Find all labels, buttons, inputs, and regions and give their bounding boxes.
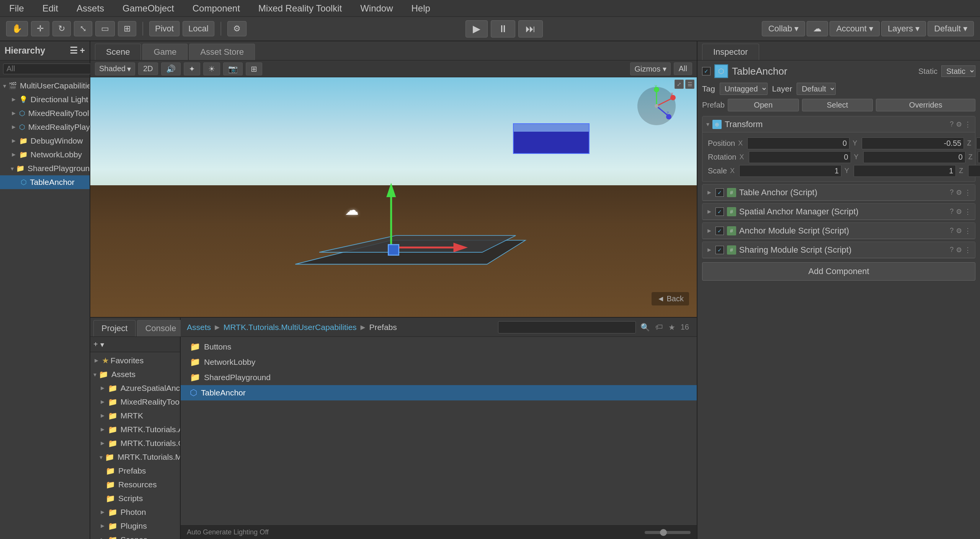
breadcrumb-multiuser[interactable]: MRTK.Tutorials.MultiUserCapabilities [224,323,357,332]
comp-overflow-btn[interactable]: ⋮ [964,188,971,197]
proj-prefabs[interactable]: 📁 Prefabs [90,464,180,478]
menu-component[interactable]: Component [189,2,243,15]
comp-help-btn[interactable]: ? [950,207,954,216]
comp-settings-btn[interactable]: ⚙ [956,120,962,129]
search-icon[interactable]: 🔍 [639,321,652,333]
add-component-button[interactable]: Add Component [702,262,975,281]
rotation-z-input[interactable] [978,151,980,163]
tree-item-tableanchor[interactable]: ⬡ TableAnchor [0,175,90,189]
asset-item-sharedplayground[interactable]: 📁 SharedPlayground [181,370,697,385]
comp-settings-btn[interactable]: ⚙ [956,188,962,197]
menu-edit[interactable]: Edit [39,2,61,15]
tree-item-debugwindow[interactable]: ► 📁 DebugWindow [0,134,90,148]
comp-overflow-btn[interactable]: ⋮ [964,207,971,216]
proj-mrtk-azure[interactable]: ► 📁 MRTK.Tutorials.AzureSpatialAnchors [90,423,180,436]
comp-help-btn[interactable]: ? [950,120,954,129]
filter-icon[interactable]: ★ [667,321,677,333]
comp-enable[interactable] [715,246,724,254]
custom-icon-btn[interactable]: ⚙ [227,21,247,36]
asset-item-buttons[interactable]: 📁 Buttons [181,339,697,354]
pivot-btn[interactable]: Pivot [149,21,180,36]
position-x-input[interactable] [747,137,849,149]
comp-help-btn[interactable]: ? [950,227,954,235]
comp-overflow-btn[interactable]: ⋮ [964,120,971,129]
proj-mrtk-getting-started[interactable]: ► 📁 MRTK.Tutorials.GettingStarted [90,436,180,450]
layer-dropdown[interactable]: Default [797,83,836,95]
comp-settings-btn[interactable]: ⚙ [956,207,962,216]
menu-help[interactable]: Help [408,2,433,15]
rect-tool[interactable]: ▭ [95,21,115,36]
tree-item-multiuser[interactable]: ▾ 🎬 MultiUserCapabilities* [0,79,90,93]
tree-item-mrplayspace[interactable]: ► ⬡ MixedRealityPlayspace [0,120,90,134]
asset-item-networklobby[interactable]: 📁 NetworkLobby [181,354,697,370]
scene-viewport[interactable]: Shaded ▾ 2D 🔊 ✦ ☀ 📷 ⊞ Gizmos ▾ All [90,60,697,317]
comp-header-anchor-module[interactable]: ► # Anchor Module Script (Script) ? ⚙ ⋮ [702,223,975,239]
tag-dropdown[interactable]: Untagged [720,83,768,95]
fx-button[interactable]: ✦ [184,62,200,75]
collab-button[interactable]: Collab ▾ [762,21,805,36]
hand-tool[interactable]: ✋ [6,21,28,36]
comp-overflow-btn[interactable]: ⋮ [964,246,971,254]
proj-mrtk-generated[interactable]: ► 📁 MixedRealityToolkit.Generated [90,395,180,409]
pause-button[interactable]: ⏸ [491,20,515,38]
proj-mrtk-multiuser[interactable]: ▾ 📁 MRTK.Tutorials.MultiUserCapabilities [90,450,180,464]
menu-mrtk[interactable]: Mixed Reality Toolkit [255,2,345,15]
proj-plugins[interactable]: ► 📁 Plugins [90,519,180,533]
proj-photon[interactable]: ► 📁 Photon [90,505,180,519]
rotation-y-input[interactable] [863,151,965,163]
position-y-input[interactable] [862,137,964,149]
tab-project[interactable]: Project [93,320,136,336]
menu-window[interactable]: Window [357,2,396,15]
scene-menu-btn[interactable]: ☰ [685,80,694,89]
tab-inspector[interactable]: Inspector [702,44,759,60]
menu-gameobject[interactable]: GameObject [119,2,177,15]
tree-item-dirlight[interactable]: ► 💡 Directional Light [0,93,90,106]
scene-cam-btn[interactable]: 📷 [223,62,243,75]
rotation-x-input[interactable] [749,151,851,163]
comp-help-btn[interactable]: ? [950,188,954,197]
comp-header-table-anchor[interactable]: ► # Table Anchor (Script) ? ⚙ ⋮ [702,185,975,201]
scene-grid-btn[interactable]: ⊞ [246,62,262,75]
comp-enable[interactable] [715,207,724,216]
prefab-open-btn[interactable]: Open [728,99,799,111]
comp-settings-btn[interactable]: ⚙ [956,227,962,235]
scene-back-button[interactable]: ◄ Back [652,292,689,305]
audio-button[interactable]: 🔊 [161,62,181,75]
asset-item-tableanchor[interactable]: ⬡ TableAnchor [181,385,697,400]
proj-azure-sdk[interactable]: ► 📁 AzureSpatialAnchors.SDK [90,381,180,395]
breadcrumb-assets[interactable]: Assets [187,323,211,332]
position-z-input[interactable] [976,137,980,149]
proj-resources[interactable]: 📁 Resources [90,478,180,492]
transform-tool[interactable]: ⊞ [118,21,136,36]
play-button[interactable]: ▶ [466,20,488,38]
scene-lighting-btn[interactable]: ☀ [203,62,220,75]
tab-game[interactable]: Game [142,44,188,60]
object-enable-checkbox[interactable] [702,67,710,75]
scale-x-input[interactable] [739,165,841,177]
layers-button[interactable]: Layers ▾ [881,21,926,36]
label-icon[interactable]: 🏷 [654,321,665,333]
comp-enable[interactable] [715,227,724,235]
prefab-overrides-btn[interactable]: Overrides [876,99,975,111]
step-button[interactable]: ⏭ [518,20,543,38]
tab-scene[interactable]: Scene [95,44,141,60]
comp-help-btn[interactable]: ? [950,246,954,254]
scale-z-input[interactable] [968,165,980,177]
zoom-slider-thumb[interactable] [660,529,667,536]
move-tool[interactable]: ✛ [31,21,49,36]
menu-file[interactable]: File [6,2,27,15]
2d-button[interactable]: 2D [138,62,158,75]
tree-item-networklobby[interactable]: ► 📁 NetworkLobby [0,148,90,162]
add-folder-btn[interactable]: + [93,340,98,349]
menu-assets[interactable]: Assets [74,2,107,15]
proj-mrtk[interactable]: ► 📁 MRTK [90,409,180,423]
gizmos-dropdown[interactable]: Gizmos ▾ [630,62,670,75]
hierarchy-menu-icon[interactable]: ☰ [70,46,78,56]
account-button[interactable]: Account ▾ [830,21,880,36]
rotate-tool[interactable]: ↻ [52,21,71,36]
cloud-button[interactable]: ☁ [807,21,828,36]
prefab-select-btn[interactable]: Select [802,99,873,111]
proj-favorites[interactable]: ► ★ Favorites [90,354,180,368]
scene-maximize-btn[interactable]: ⤢ [675,80,684,89]
tab-console[interactable]: Console [137,320,184,336]
